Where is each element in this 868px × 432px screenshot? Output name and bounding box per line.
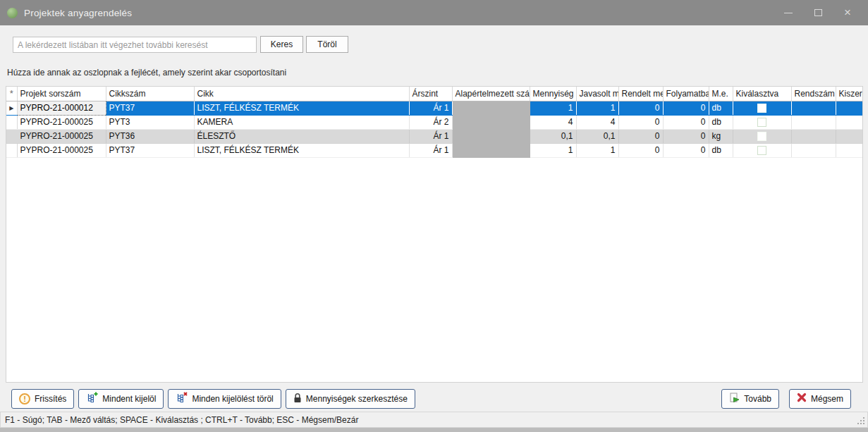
cell-javasolt[interactable]: 4 [576,115,618,129]
cell-rendszam[interactable] [791,129,836,143]
cell-rendszam[interactable] [791,115,836,129]
resize-grip[interactable] [863,423,864,424]
cell-kiszereles[interactable] [836,129,863,143]
column-header-szallito[interactable]: Alapértelmezett szállí [452,87,530,101]
edit-quantities-button-label: Mennyiségek szerkesztése [306,394,408,404]
search-button[interactable]: Keres [260,36,303,53]
cell-cikk[interactable]: KAMERA [194,115,409,129]
cell-rendelt[interactable]: 0 [618,101,663,115]
cell-folyamatba[interactable]: 0 [663,129,709,143]
continue-button[interactable]: Tovább [721,389,779,409]
checkbox[interactable] [757,132,766,141]
cell-rendszam[interactable] [791,143,836,157]
cell-javasolt[interactable]: 0,1 [576,129,618,143]
cell-kivalasztva [733,115,791,129]
refresh-button[interactable]: ! Frissítés [11,389,74,409]
cell-cikkszam[interactable]: PYT36 [106,129,194,143]
cell-folyamatba[interactable]: 0 [663,143,709,157]
cell-me[interactable]: db [709,101,733,115]
group-by-panel[interactable]: Húzza ide annak az oszlopnak a fejlécét,… [7,68,286,78]
cell-cikk[interactable]: LISZT, FÉLKÉSZ TERMÉK [194,143,409,157]
cell-javasolt[interactable]: 1 [576,101,618,115]
table-row[interactable]: PYPRO-21-000025 PYT36 ÉLESZTŐ Ár 1 0,1 0… [6,129,863,143]
titlebar: Projektek anyagrendelés × [0,0,868,25]
cell-cikkszam[interactable]: PYT37 [106,101,194,115]
cell-arszint[interactable]: Ár 2 [409,115,452,129]
cell-szallito-redacted[interactable] [452,115,530,129]
row-indicator-icon: ▶ [6,101,17,115]
cell-rendelt[interactable]: 0 [618,129,663,143]
column-header-folyamatba[interactable]: Folyamatba [663,87,709,101]
cell-mennyiseg[interactable]: 4 [530,115,576,129]
statusbar: F1 - Súgó; TAB - Mező váltás; SPACE - Ki… [0,412,868,428]
minimize-icon[interactable] [783,8,793,18]
lock-icon [293,393,302,405]
search-input[interactable] [13,37,257,53]
table-row[interactable]: ▶ PYPRO-21-000012 PYT37 LISZT, FÉLKÉSZ T… [6,101,863,115]
cell-kivalasztva [733,143,791,157]
cell-javasolt[interactable]: 1 [576,143,618,157]
cell-arszint[interactable]: Ár 1 [409,129,452,143]
table-row[interactable]: PYPRO-21-000025 PYT37 LISZT, FÉLKÉSZ TER… [6,143,863,157]
cell-me[interactable]: db [709,143,733,157]
column-header-arszint[interactable]: Árszint [409,87,452,101]
cell-me[interactable]: db [709,115,733,129]
cell-folyamatba[interactable]: 0 [663,101,709,115]
cell-mennyiseg[interactable]: 1 [530,143,576,157]
column-header-cikkszam[interactable]: Cikkszám [106,87,194,101]
red-x-icon [797,393,807,405]
header-selector-icon[interactable]: * [6,87,17,101]
column-header-me[interactable]: M.e. [709,87,733,101]
cancel-button[interactable]: Mégsem [789,389,851,409]
window-title: Projektek anyagrendelés [24,8,132,18]
cell-cikkszam[interactable]: PYT3 [106,115,194,129]
checkbox[interactable] [757,104,766,113]
cell-cikkszam[interactable]: PYT37 [106,143,194,157]
edit-quantities-button[interactable]: Mennyiségek szerkesztése [286,389,415,409]
cell-projekt-sorszam[interactable]: PYPRO-21-000025 [17,115,106,129]
cell-szallito-redacted[interactable] [452,101,530,115]
statusbar-shortcuts-text: F1 - Súgó; TAB - Mező váltás; SPACE - Ki… [5,415,358,425]
cell-projekt-sorszam[interactable]: PYPRO-21-000025 [17,129,106,143]
deselect-all-button[interactable]: Minden kijelölést töröl [168,389,281,409]
cell-cikk[interactable]: LISZT, FÉLKÉSZ TERMÉK [194,101,409,115]
column-header-projekt-sorszam[interactable]: Projekt sorszám [17,87,106,101]
cell-cikk[interactable]: ÉLESZTŐ [194,129,409,143]
cell-mennyiseg[interactable]: 0,1 [530,129,576,143]
close-icon[interactable]: × [843,8,852,18]
cell-me[interactable]: kg [709,129,733,143]
maximize-icon[interactable] [813,8,823,18]
cell-szallito-redacted[interactable] [452,143,530,157]
refresh-button-label: Frissítés [35,394,66,404]
cell-rendszam[interactable] [791,101,836,115]
bottom-toolbar: ! Frissítés Mindent kijelöl [0,388,868,409]
cell-projekt-sorszam[interactable]: PYPRO-21-000025 [17,143,106,157]
clear-search-button[interactable]: Töröl [306,36,348,53]
checkbox[interactable] [757,118,766,127]
cell-arszint[interactable]: Ár 1 [409,143,452,157]
cell-kiszereles[interactable] [836,101,863,115]
cell-kivalasztva [733,101,791,115]
column-header-kiszereles[interactable]: Kiszere [836,87,863,101]
cell-rendelt[interactable]: 0 [618,143,663,157]
cell-arszint[interactable]: Ár 1 [409,101,452,115]
cell-rendelt[interactable]: 0 [618,115,663,129]
checkbox[interactable] [757,146,766,155]
column-header-javasolt[interactable]: Javasolt me [576,87,618,101]
cell-folyamatba[interactable]: 0 [663,115,709,129]
cell-szallito-redacted[interactable] [452,129,530,143]
column-header-kivalasztva[interactable]: Kiválasztva [733,87,791,101]
column-header-rendelt[interactable]: Rendelt mer [618,87,663,101]
data-grid: * Projekt sorszám Cikkszám Cikk Árszint … [6,86,863,383]
select-all-button-label: Mindent kijelöl [102,394,156,404]
cell-projekt-sorszam[interactable]: PYPRO-21-000012 [17,101,106,115]
column-header-cikk[interactable]: Cikk [194,87,409,101]
cell-kiszereles[interactable] [836,143,863,157]
select-all-button[interactable]: Mindent kijelöl [78,389,164,409]
column-header-mennyiseg[interactable]: Mennyiség [530,87,576,101]
cell-mennyiseg[interactable]: 1 [530,101,576,115]
column-header-rendszam[interactable]: Rendszám [791,87,836,101]
cell-kiszereles[interactable] [836,115,863,129]
table-row[interactable]: PYPRO-21-000025 PYT3 KAMERA Ár 2 4 4 0 0… [6,115,863,129]
header-row: * Projekt sorszám Cikkszám Cikk Árszint … [6,87,863,101]
